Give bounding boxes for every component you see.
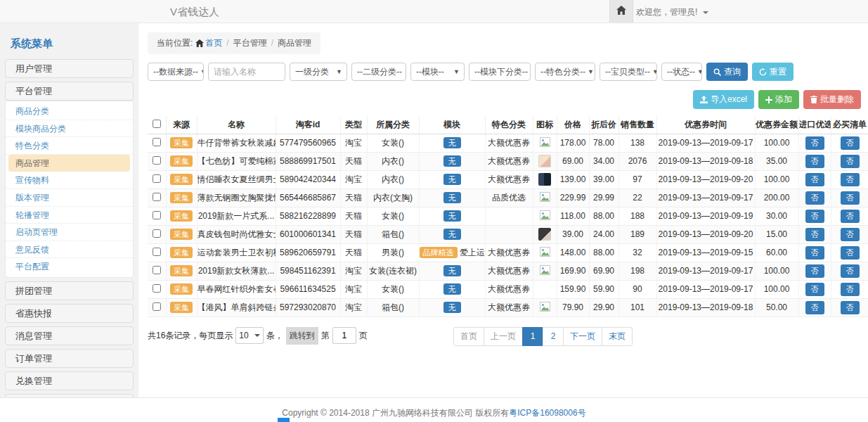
- sidebar-item[interactable]: 商品管理: [8, 155, 130, 172]
- column-header: 特色分类: [485, 116, 533, 134]
- row-checkbox[interactable]: [153, 156, 161, 165]
- coupon-amount: 100.00: [755, 262, 798, 280]
- column-header: 必买清单: [831, 116, 868, 134]
- chevron-down-icon: [254, 334, 260, 337]
- row-checkbox[interactable]: [153, 229, 161, 238]
- taoke-id: 598451162391: [276, 262, 340, 280]
- must-buy-toggle[interactable]: 否: [841, 246, 860, 260]
- feature-category: 大额优惠券: [485, 280, 533, 298]
- filter-select[interactable]: --宝贝类型--▼: [600, 63, 657, 81]
- filter-select[interactable]: --状态--▼: [661, 63, 702, 81]
- sidebar-item[interactable]: 平台配置: [6, 258, 133, 276]
- sales-count: 90: [618, 280, 656, 298]
- user-menu[interactable]: 欢迎您，管理员!: [636, 6, 708, 18]
- category: 男装(): [367, 243, 419, 262]
- icp-link[interactable]: 粤ICP备16098006号: [509, 408, 585, 418]
- import-select-toggle[interactable]: 否: [805, 228, 824, 241]
- must-buy-toggle[interactable]: 否: [841, 173, 860, 186]
- table-row: 采集薄款无钢圈文胸聚拢性...565446685867天猫内衣(文胸)无品质优选…: [148, 188, 868, 207]
- sidebar-group-header[interactable]: 订单管理: [5, 349, 134, 368]
- sidebar-item[interactable]: 宣传物料: [6, 172, 133, 189]
- welcome-text: 欢迎您，管理员!: [636, 7, 700, 17]
- import-select-toggle[interactable]: 否: [805, 155, 824, 168]
- reset-button[interactable]: 重置: [752, 63, 793, 81]
- import-select-toggle[interactable]: 否: [805, 283, 824, 296]
- row-checkbox[interactable]: [153, 211, 161, 219]
- product-name: 【港风】单肩斜跨链条...: [197, 298, 276, 316]
- sidebar-group-header[interactable]: 用户管理: [5, 59, 134, 78]
- page-button[interactable]: 下一页: [563, 327, 602, 346]
- home-button[interactable]: [609, 0, 633, 23]
- row-checkbox[interactable]: [153, 193, 161, 201]
- filter-select[interactable]: --模块下分类--▼: [469, 63, 531, 81]
- filter-select[interactable]: --模块--▼: [410, 63, 465, 81]
- must-buy-toggle[interactable]: 否: [841, 155, 860, 168]
- product-icon: [533, 298, 557, 316]
- must-buy-toggle[interactable]: 否: [841, 264, 860, 278]
- add-button[interactable]: 添加: [758, 90, 799, 109]
- must-buy-toggle[interactable]: 否: [841, 301, 860, 314]
- page-footer: Copyright © 2014-2018 广州九驰网络科技有限公司 版权所有粤…: [0, 397, 868, 422]
- table-row: 采集运动套装男士卫衣初秋...589620659791天猫男装()品牌精选 爱上…: [148, 243, 868, 262]
- page-button[interactable]: 末页: [602, 327, 633, 346]
- import-select-toggle[interactable]: 否: [805, 210, 824, 223]
- must-buy-toggle[interactable]: 否: [841, 283, 860, 296]
- row-checkbox[interactable]: [153, 248, 161, 256]
- name-search-input[interactable]: [208, 63, 285, 81]
- platform-type: 淘宝: [340, 134, 367, 152]
- filter-select[interactable]: --二级分类--▼: [351, 63, 406, 81]
- sidebar-item[interactable]: 特色分类: [6, 137, 133, 155]
- sidebar-group-header[interactable]: 消息管理: [5, 326, 134, 345]
- row-checkbox[interactable]: [153, 174, 161, 183]
- platform-type: 淘宝: [340, 280, 367, 298]
- import-select-toggle[interactable]: 否: [805, 136, 824, 150]
- filter-select[interactable]: 一级分类▼: [290, 63, 347, 81]
- row-checkbox[interactable]: [153, 284, 161, 293]
- breadcrumb-home-link[interactable]: 首页: [205, 38, 222, 48]
- page-button[interactable]: 2: [543, 327, 564, 346]
- must-buy-toggle[interactable]: 否: [841, 191, 860, 205]
- import-select-toggle[interactable]: 否: [805, 191, 824, 205]
- sidebar-group-header[interactable]: 拼团管理: [5, 281, 134, 300]
- sidebar-group-header[interactable]: 省惠快报: [5, 304, 134, 323]
- sidebar-group-header[interactable]: 平台管理: [5, 82, 134, 101]
- sidebar-group-header[interactable]: 兑换管理: [5, 371, 134, 390]
- coupon-time: 2019-09-13—2019-09-20: [656, 225, 755, 243]
- import-select-toggle[interactable]: 否: [805, 264, 824, 278]
- filter-select[interactable]: --特色分类--▼: [535, 63, 595, 81]
- import-select-toggle[interactable]: 否: [805, 173, 824, 186]
- import-select-toggle[interactable]: 否: [805, 301, 824, 314]
- row-checkbox[interactable]: [153, 266, 161, 274]
- page-button[interactable]: 1: [522, 327, 543, 346]
- sidebar-item[interactable]: 启动页管理: [6, 224, 133, 241]
- category: 女装(): [367, 280, 419, 298]
- per-page-select[interactable]: 10: [235, 327, 263, 344]
- coupon-time: 2019-09-13—2019-09-20: [656, 170, 755, 188]
- module-cell: 无: [419, 207, 485, 225]
- column-header: 折后价: [589, 116, 618, 134]
- must-buy-toggle[interactable]: 否: [841, 136, 860, 150]
- must-buy-toggle[interactable]: 否: [841, 228, 860, 241]
- select-all-checkbox[interactable]: [153, 120, 161, 128]
- platform-type: 淘宝: [340, 298, 367, 316]
- action-bar: 导入excel 添加 批量删除: [693, 90, 861, 109]
- row-checkbox[interactable]: [153, 138, 161, 146]
- page-number-input[interactable]: [332, 327, 356, 344]
- sidebar-item[interactable]: 意见反馈: [6, 241, 133, 259]
- filter-select[interactable]: --数据来源--▼: [148, 63, 204, 81]
- row-checkbox[interactable]: [153, 302, 161, 311]
- search-button[interactable]: 查询: [706, 63, 748, 81]
- must-buy-toggle[interactable]: 否: [841, 210, 860, 223]
- sidebar-item[interactable]: 轮播管理: [6, 207, 133, 224]
- discount-price: 29.99: [589, 188, 618, 207]
- price: 169.90: [557, 262, 589, 280]
- import-excel-button[interactable]: 导入excel: [693, 90, 754, 109]
- import-select-toggle[interactable]: 否: [805, 246, 824, 260]
- sidebar-item[interactable]: 模块商品分类: [6, 120, 133, 138]
- sidebar-item[interactable]: 商品分类: [6, 103, 133, 120]
- sidebar-item[interactable]: 版本管理: [6, 189, 133, 207]
- jump-button[interactable]: 跳转到: [286, 327, 318, 345]
- column-header: 优惠券金额: [755, 116, 798, 134]
- batch-delete-button[interactable]: 批量删除: [803, 90, 861, 109]
- sidebar-column: 系统菜单 用户管理平台管理商品分类模块商品分类特色分类商品管理宣传物料版本管理轮…: [0, 23, 138, 397]
